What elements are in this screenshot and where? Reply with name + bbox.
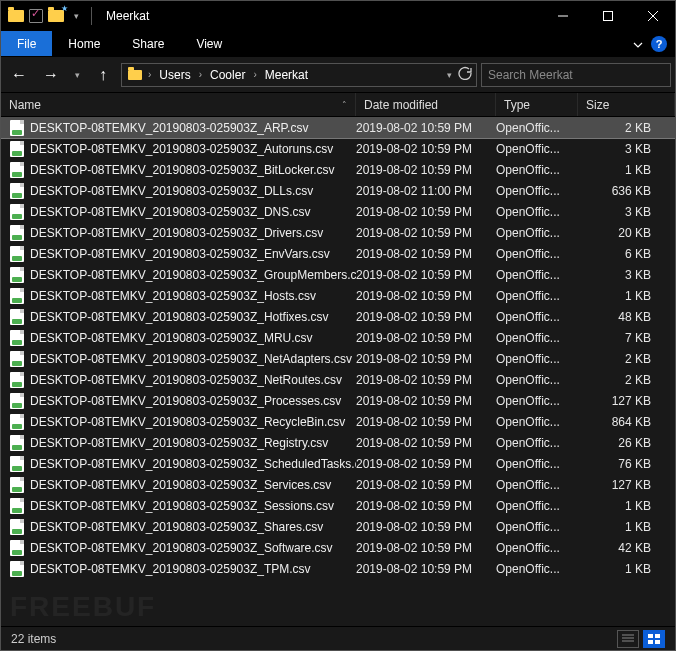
file-date: 2019-08-02 10:59 PM	[356, 562, 496, 576]
file-size: 3 KB	[578, 205, 675, 219]
file-type: OpenOffic...	[496, 205, 578, 219]
file-row[interactable]: DESKTOP-08TEMKV_20190803-025903Z_Schedul…	[1, 453, 675, 474]
file-name: DESKTOP-08TEMKV_20190803-025903Z_ARP.csv	[30, 121, 308, 135]
details-view-icon[interactable]	[617, 630, 639, 648]
ribbon-expand-icon[interactable]	[633, 39, 643, 49]
file-size: 1 KB	[578, 520, 675, 534]
recent-dropdown-icon[interactable]: ▾	[69, 61, 85, 89]
close-button[interactable]	[630, 1, 675, 31]
quick-access-toolbar: ▾	[1, 7, 96, 25]
file-row[interactable]: DESKTOP-08TEMKV_20190803-025903Z_TPM.csv…	[1, 558, 675, 579]
watermark: FREEBUF	[10, 591, 156, 623]
file-date: 2019-08-02 10:59 PM	[356, 457, 496, 471]
breadcrumb-cooler[interactable]: Cooler	[206, 68, 249, 82]
svg-rect-10	[655, 640, 660, 644]
file-date: 2019-08-02 10:59 PM	[356, 247, 496, 261]
minimize-button[interactable]	[540, 1, 585, 31]
file-date: 2019-08-02 10:59 PM	[356, 121, 496, 135]
file-row[interactable]: DESKTOP-08TEMKV_20190803-025903Z_Service…	[1, 474, 675, 495]
file-row[interactable]: DESKTOP-08TEMKV_20190803-025903Z_DNS.csv…	[1, 201, 675, 222]
column-date-label: Date modified	[364, 98, 438, 112]
file-size: 127 KB	[578, 478, 675, 492]
file-type: OpenOffic...	[496, 163, 578, 177]
file-row[interactable]: DESKTOP-08TEMKV_20190803-025903Z_Hotfixe…	[1, 306, 675, 327]
svg-rect-8	[655, 634, 660, 638]
file-size: 3 KB	[578, 268, 675, 282]
new-folder-icon[interactable]	[47, 7, 65, 25]
breadcrumb-meerkat[interactable]: Meerkat	[261, 68, 312, 82]
forward-button[interactable]: →	[37, 61, 65, 89]
help-icon[interactable]: ?	[651, 36, 667, 52]
file-type: OpenOffic...	[496, 436, 578, 450]
file-row[interactable]: DESKTOP-08TEMKV_20190803-025903Z_EnvVars…	[1, 243, 675, 264]
file-row[interactable]: DESKTOP-08TEMKV_20190803-025903Z_Registr…	[1, 432, 675, 453]
file-size: 127 KB	[578, 394, 675, 408]
file-name: DESKTOP-08TEMKV_20190803-025903Z_Service…	[30, 478, 331, 492]
back-button[interactable]: ←	[5, 61, 33, 89]
file-date: 2019-08-02 10:59 PM	[356, 415, 496, 429]
ribbon-tab-share[interactable]: Share	[116, 31, 180, 56]
file-row[interactable]: DESKTOP-08TEMKV_20190803-025903Z_Recycle…	[1, 411, 675, 432]
search-box[interactable]	[481, 63, 671, 87]
csv-file-icon	[10, 372, 24, 388]
breadcrumb-users[interactable]: Users	[155, 68, 194, 82]
file-row[interactable]: DESKTOP-08TEMKV_20190803-025903Z_NetAdap…	[1, 348, 675, 369]
file-name: DESKTOP-08TEMKV_20190803-025903Z_EnvVars…	[30, 247, 330, 261]
file-row[interactable]: DESKTOP-08TEMKV_20190803-025903Z_DLLs.cs…	[1, 180, 675, 201]
file-row[interactable]: DESKTOP-08TEMKV_20190803-025903Z_Autorun…	[1, 138, 675, 159]
file-list[interactable]: DESKTOP-08TEMKV_20190803-025903Z_ARP.csv…	[1, 117, 675, 626]
ribbon-file-tab[interactable]: File	[1, 31, 52, 56]
file-row[interactable]: DESKTOP-08TEMKV_20190803-025903Z_Softwar…	[1, 537, 675, 558]
csv-file-icon	[10, 540, 24, 556]
file-row[interactable]: DESKTOP-08TEMKV_20190803-025903Z_Hosts.c…	[1, 285, 675, 306]
file-size: 2 KB	[578, 373, 675, 387]
file-row[interactable]: DESKTOP-08TEMKV_20190803-025903Z_Process…	[1, 390, 675, 411]
folder-icon[interactable]	[7, 7, 25, 25]
file-name: DESKTOP-08TEMKV_20190803-025903Z_Softwar…	[30, 541, 333, 555]
column-type-label: Type	[504, 98, 530, 112]
explorer-window: ▾ Meerkat File Home Share View ?	[0, 0, 676, 651]
csv-file-icon	[10, 498, 24, 514]
file-row[interactable]: DESKTOP-08TEMKV_20190803-025903Z_Session…	[1, 495, 675, 516]
chevron-right-icon[interactable]: ›	[146, 69, 153, 80]
file-size: 3 KB	[578, 142, 675, 156]
ribbon-tab-home[interactable]: Home	[52, 31, 116, 56]
file-size: 26 KB	[578, 436, 675, 450]
svg-rect-7	[648, 634, 653, 638]
qat-dropdown-icon[interactable]: ▾	[67, 7, 85, 25]
file-row[interactable]: DESKTOP-08TEMKV_20190803-025903Z_ARP.csv…	[1, 117, 675, 138]
column-name[interactable]: Name ˄	[1, 93, 356, 116]
file-row[interactable]: DESKTOP-08TEMKV_20190803-025903Z_BitLock…	[1, 159, 675, 180]
address-bar[interactable]: › Users › Cooler › Meerkat ▾	[121, 63, 477, 87]
file-name: DESKTOP-08TEMKV_20190803-025903Z_NetAdap…	[30, 352, 352, 366]
up-button[interactable]: ↑	[89, 61, 117, 89]
refresh-icon[interactable]	[458, 66, 472, 83]
csv-file-icon	[10, 519, 24, 535]
column-size[interactable]: Size	[578, 93, 675, 116]
chevron-right-icon[interactable]: ›	[197, 69, 204, 80]
file-name: DESKTOP-08TEMKV_20190803-025903Z_MRU.csv	[30, 331, 313, 345]
search-input[interactable]	[488, 68, 664, 82]
properties-icon[interactable]	[27, 7, 45, 25]
csv-file-icon	[10, 267, 24, 283]
file-size: 1 KB	[578, 163, 675, 177]
address-folder-icon[interactable]	[126, 66, 144, 84]
maximize-button[interactable]	[585, 1, 630, 31]
file-type: OpenOffic...	[496, 142, 578, 156]
file-row[interactable]: DESKTOP-08TEMKV_20190803-025903Z_MRU.csv…	[1, 327, 675, 348]
file-name: DESKTOP-08TEMKV_20190803-025903Z_Registr…	[30, 436, 328, 450]
file-row[interactable]: DESKTOP-08TEMKV_20190803-025903Z_Drivers…	[1, 222, 675, 243]
ribbon-tab-view[interactable]: View	[180, 31, 238, 56]
file-size: 48 KB	[578, 310, 675, 324]
file-row[interactable]: DESKTOP-08TEMKV_20190803-025903Z_NetRout…	[1, 369, 675, 390]
file-row[interactable]: DESKTOP-08TEMKV_20190803-025903Z_Shares.…	[1, 516, 675, 537]
thumbnails-view-icon[interactable]	[643, 630, 665, 648]
column-type[interactable]: Type	[496, 93, 578, 116]
address-dropdown-icon[interactable]: ▾	[447, 70, 452, 80]
file-size: 6 KB	[578, 247, 675, 261]
file-size: 20 KB	[578, 226, 675, 240]
chevron-right-icon[interactable]: ›	[251, 69, 258, 80]
column-date[interactable]: Date modified	[356, 93, 496, 116]
file-row[interactable]: DESKTOP-08TEMKV_20190803-025903Z_GroupMe…	[1, 264, 675, 285]
file-size: 2 KB	[578, 352, 675, 366]
